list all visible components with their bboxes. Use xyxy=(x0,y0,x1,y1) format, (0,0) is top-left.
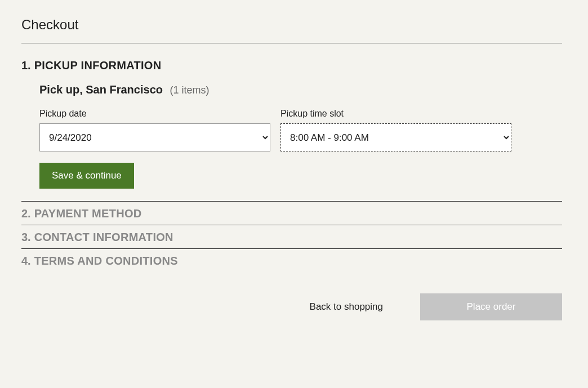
page-title: Checkout xyxy=(21,17,562,43)
pickup-slot-label: Pickup time slot xyxy=(280,109,511,119)
section-contact: 3. CONTACT INFORMATION xyxy=(21,225,562,249)
pickup-date-group: Pickup date 9/24/2020 xyxy=(39,109,270,151)
pickup-location-row: Pick up, San Francisco (1 items) xyxy=(39,83,562,96)
pickup-location-label: Pick up, San Francisco xyxy=(39,83,163,96)
section-pickup-body: Pick up, San Francisco (1 items) Pickup … xyxy=(21,83,562,202)
section-payment-header[interactable]: 2. PAYMENT METHOD xyxy=(21,202,562,225)
section-terms-number: 4. xyxy=(21,255,31,267)
pickup-form-row: Pickup date 9/24/2020 Pickup time slot 8… xyxy=(39,109,562,151)
section-terms: 4. TERMS AND CONDITIONS xyxy=(21,249,562,272)
pickup-slot-group: Pickup time slot 8:00 AM - 9:00 AM xyxy=(280,109,511,151)
section-pickup-header: 1. PICKUP INFORMATION xyxy=(21,53,562,77)
section-payment: 2. PAYMENT METHOD xyxy=(21,202,562,225)
section-contact-title: CONTACT INFORMATION xyxy=(34,231,173,244)
section-payment-title: PAYMENT METHOD xyxy=(34,207,142,220)
section-contact-header[interactable]: 3. CONTACT INFORMATION xyxy=(21,225,562,249)
pickup-date-select[interactable]: 9/24/2020 xyxy=(39,123,270,151)
pickup-items-count: (1 items) xyxy=(170,84,209,96)
section-terms-header[interactable]: 4. TERMS AND CONDITIONS xyxy=(21,249,562,272)
pickup-slot-select[interactable]: 8:00 AM - 9:00 AM xyxy=(280,123,511,151)
section-pickup: 1. PICKUP INFORMATION Pick up, San Franc… xyxy=(21,53,562,202)
place-order-button[interactable]: Place order xyxy=(420,293,562,320)
section-pickup-number: 1. xyxy=(21,59,31,72)
section-contact-number: 3. xyxy=(21,231,31,244)
back-to-shopping-link[interactable]: Back to shopping xyxy=(310,301,383,313)
section-terms-title: TERMS AND CONDITIONS xyxy=(34,255,178,267)
pickup-date-label: Pickup date xyxy=(39,109,270,119)
section-pickup-title: PICKUP INFORMATION xyxy=(34,59,162,72)
footer-actions: Back to shopping Place order xyxy=(21,293,562,320)
save-continue-button[interactable]: Save & continue xyxy=(39,163,134,189)
checkout-container: Checkout 1. PICKUP INFORMATION Pick up, … xyxy=(21,17,562,320)
section-payment-number: 2. xyxy=(21,207,31,220)
